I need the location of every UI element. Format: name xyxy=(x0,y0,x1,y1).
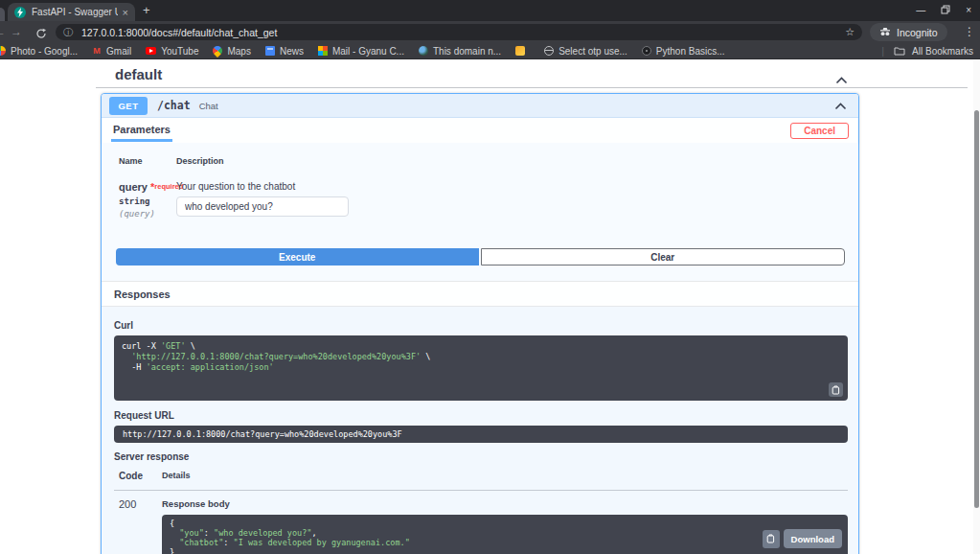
tag-section-header[interactable]: default xyxy=(96,60,968,88)
folder-icon xyxy=(894,46,905,56)
navigation-bar: ← → ⓘ 127.0.0.1:8000/docs#/default/chat_… xyxy=(0,21,980,43)
get-chat-opblock: GET /chat Chat Parameters Cancel Name De… xyxy=(101,93,859,554)
response-row: 200 Response body { "you": "who develope… xyxy=(114,491,848,554)
curl-command: curl -X 'GET' \ 'http://127.0.0.1:8000/c… xyxy=(114,335,848,401)
responses-body: Curl curl -X 'GET' \ 'http://127.0.0.1:8… xyxy=(102,307,858,554)
window-restore-button[interactable] xyxy=(941,5,950,16)
back-button[interactable]: ← xyxy=(0,25,6,38)
parameters-tab[interactable]: Parameters xyxy=(111,119,172,142)
param-name: query xyxy=(119,181,148,193)
google-photos-icon xyxy=(0,46,6,56)
fastapi-favicon-icon xyxy=(14,7,26,18)
browser-menu-icon[interactable]: ⋮ xyxy=(964,25,975,38)
param-description: Your question to the chatbot xyxy=(176,181,349,192)
all-bookmarks-button[interactable]: All Bookmarks xyxy=(912,46,973,57)
column-header-details: Details xyxy=(162,471,191,481)
response-body: { "you": "who developed you?", "chatbot"… xyxy=(162,515,848,554)
incognito-badge: Incognito xyxy=(870,23,947,41)
column-header-description: Description xyxy=(176,156,224,166)
execute-button[interactable]: Execute xyxy=(116,248,479,265)
bookmark-item[interactable]: MGmail xyxy=(92,46,131,57)
gmail-icon: M xyxy=(92,46,102,56)
youtube-icon xyxy=(146,47,156,55)
responses-section-header: Responses xyxy=(102,281,858,307)
request-url-label: Request URL xyxy=(114,410,848,421)
tab-bar: FastAPI - Swagger UI × + — × xyxy=(0,0,980,21)
site-info-icon[interactable]: ⓘ xyxy=(63,28,73,37)
endpoint-path: /chat xyxy=(157,99,191,112)
copy-response-button[interactable] xyxy=(763,530,780,548)
responses-title: Responses xyxy=(114,289,171,300)
bookmark-item[interactable]: YouTube xyxy=(146,46,198,57)
globe-icon xyxy=(544,46,554,56)
opblock-summary[interactable]: GET /chat Chat xyxy=(102,94,858,118)
bookmark-item[interactable]: Python Basics... xyxy=(642,46,725,57)
bookmark-item[interactable]: Photo - Googl... xyxy=(0,46,78,57)
endpoint-summary: Chat xyxy=(199,101,218,111)
parameters-section-header: Parameters Cancel xyxy=(102,118,858,143)
browser-window: FastAPI - Swagger UI × + — × ← → ⓘ 127.0… xyxy=(0,0,980,554)
bookmarks-separator: | xyxy=(881,45,884,57)
globe-icon xyxy=(419,46,428,56)
cancel-button[interactable]: Cancel xyxy=(790,123,849,139)
address-bar[interactable]: ⓘ 127.0.0.1:8000/docs#/default/chat_chat… xyxy=(56,24,862,40)
copy-curl-button[interactable] xyxy=(829,382,843,397)
google-maps-icon xyxy=(211,44,224,58)
column-header-code: Code xyxy=(119,471,162,481)
collapse-section-icon[interactable] xyxy=(835,71,848,88)
incognito-label: Incognito xyxy=(897,27,938,38)
bookmark-star-icon[interactable]: ☆ xyxy=(845,26,855,38)
param-location: (query) xyxy=(119,209,176,219)
news-icon xyxy=(265,46,275,56)
window-minimize-button[interactable]: — xyxy=(916,6,925,15)
tab-title: FastAPI - Swagger UI xyxy=(32,7,118,17)
tag-title: default xyxy=(115,66,162,82)
method-badge: GET xyxy=(109,97,148,115)
bookmark-item[interactable]: News xyxy=(265,46,304,57)
parameter-row: query *required string (query) Your ques… xyxy=(114,172,846,219)
window-close-button[interactable]: × xyxy=(966,6,971,15)
reload-button[interactable] xyxy=(35,26,47,43)
query-input[interactable] xyxy=(176,196,349,217)
column-header-name: Name xyxy=(119,156,176,166)
forward-button[interactable]: → xyxy=(11,25,22,38)
bookmark-item[interactable] xyxy=(515,46,530,56)
clear-button[interactable]: Clear xyxy=(481,248,846,265)
scrollbar-thumb[interactable] xyxy=(974,110,979,508)
url-text[interactable]: 127.0.0.1:8000/docs#/default/chat_chat_g… xyxy=(81,27,845,38)
request-url-value: http://127.0.0.1:8000/chat?query=who%20d… xyxy=(114,426,848,443)
vertical-scrollbar[interactable] xyxy=(973,60,980,554)
bookmark-item[interactable]: Mail - Gyanu C... xyxy=(318,46,404,57)
curl-label: Curl xyxy=(114,320,848,331)
background-tab-fragment[interactable] xyxy=(0,8,5,21)
status-code: 200 xyxy=(119,498,162,554)
response-body-label: Response body xyxy=(162,498,848,509)
tab-close-icon[interactable]: × xyxy=(123,7,128,18)
bookmark-item[interactable]: Maps xyxy=(213,46,250,57)
browser-tab[interactable]: FastAPI - Swagger UI × xyxy=(8,3,135,21)
mail-icon xyxy=(318,46,328,56)
site-icon xyxy=(642,46,651,56)
param-type: string xyxy=(119,196,176,206)
execute-wrapper: Execute Clear xyxy=(102,219,858,281)
site-icon xyxy=(515,46,525,56)
download-button[interactable]: Download xyxy=(784,529,842,548)
bookmarks-bar: Photo - Googl... MGmail YouTube Maps New… xyxy=(0,43,980,59)
swagger-page: default GET /chat Chat Parameters Cancel xyxy=(0,60,973,554)
new-tab-button[interactable]: + xyxy=(143,3,150,17)
bookmark-item[interactable]: This domain n... xyxy=(419,46,501,57)
collapse-operation-icon[interactable] xyxy=(834,97,847,114)
server-response-label: Server response xyxy=(114,451,848,462)
incognito-icon xyxy=(879,28,891,36)
parameters-table: Name Description query *required string … xyxy=(102,143,858,219)
bookmark-item[interactable]: Select otp use... xyxy=(544,46,627,57)
server-response-table-head: Code Details xyxy=(114,471,848,491)
